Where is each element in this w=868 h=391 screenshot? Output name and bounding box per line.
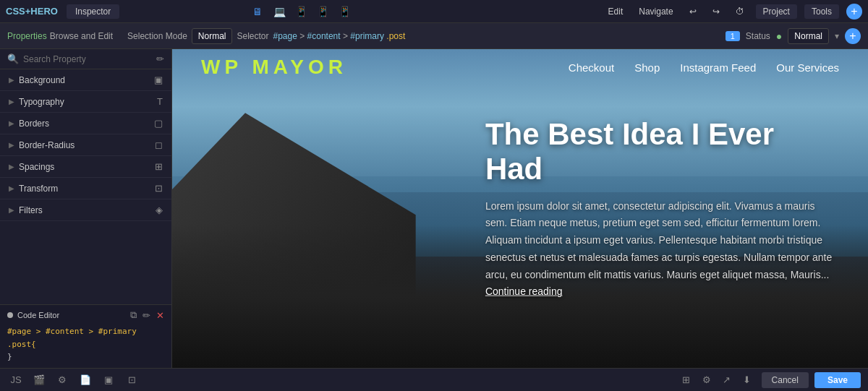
gear-icon[interactable]: ⚙ (54, 371, 71, 389)
prop-transform[interactable]: ▶ Transform ⊡ (0, 178, 171, 199)
nav-checkout[interactable]: Checkout (569, 61, 614, 74)
bottom-settings-icon[interactable]: ⚙ (698, 371, 715, 389)
prop-arrow: ▶ (9, 119, 14, 127)
prop-spacings[interactable]: ▶ Spacings ⊞ (0, 156, 171, 178)
main-layout: 🔍 ✏ ▶ Background ▣ ▶ Typography T (0, 49, 868, 368)
top-bar-right: Edit Navigate ↩ ↪ ⏱ Project Tools + (604, 4, 862, 20)
prop-arrow: ▶ (9, 184, 14, 192)
selection-mode-value[interactable]: Normal (192, 28, 233, 44)
hero-text: Lorem ipsum dolor sit amet, consectetur … (485, 197, 833, 301)
code-actions: ⧉ ✏ ✕ (130, 309, 164, 321)
nav-instagram[interactable]: Instagram Feed (680, 61, 756, 74)
continue-reading-link[interactable]: Continue reading (485, 285, 563, 297)
code-brace: } (7, 352, 12, 361)
prop-arrow: ▶ (9, 98, 14, 106)
selector-controls: Selection Mode Normal Selector #page > #… (127, 28, 405, 44)
logo-accent: +HERO (25, 6, 58, 17)
selector-post: .post (386, 31, 405, 41)
transform-icon[interactable]: ⊡ (123, 371, 140, 389)
logo-text: CSS (6, 6, 25, 17)
prop-border-radius[interactable]: ▶ Border-Radius ◻ (0, 134, 171, 156)
status-label: Status (746, 31, 770, 41)
top-bar: CSS+HERO Inspector 🖥 💻 📱 📱 📱 Edit Naviga… (0, 0, 868, 23)
nav-shop[interactable]: Shop (634, 61, 660, 74)
prop-arrow: ▶ (9, 141, 14, 149)
inspector-tab[interactable]: Inspector (67, 4, 119, 19)
tablet-icon[interactable]: 📱 (293, 4, 309, 20)
prop-filters[interactable]: ▶ Filters ◈ (0, 199, 171, 221)
navigate-button[interactable]: Navigate (634, 5, 677, 18)
code-editor: Code Editor ⧉ ✏ ✕ #page > #content > #pr… (0, 304, 171, 368)
code-copy-button[interactable]: ⧉ (130, 309, 137, 321)
bottom-download-icon[interactable]: ⬇ (739, 371, 756, 389)
search-input[interactable] (23, 54, 152, 64)
selector-sep2: > (343, 31, 350, 41)
page-icon[interactable]: 📄 (77, 371, 94, 389)
code-line2: } (7, 351, 164, 364)
video-icon[interactable]: 🎬 (30, 371, 48, 389)
code-edit-button[interactable]: ✏ (142, 309, 150, 321)
code-editor-header: Code Editor ⧉ ✏ ✕ (7, 309, 164, 321)
search-bar: 🔍 ✏ (0, 49, 171, 69)
selector-label: Selector (237, 31, 268, 41)
prop-background[interactable]: ▶ Background ▣ (0, 69, 171, 91)
undo-button[interactable]: ↩ (685, 5, 701, 18)
bottom-bar: JS 🎬 ⚙ 📄 ▣ ⊡ ⊞ ⚙ ↗ ⬇ Cancel Save (0, 368, 868, 391)
code-editor-label: Code Editor (17, 311, 59, 319)
code-delete-button[interactable]: ✕ (156, 309, 164, 321)
prop-name: Transform (19, 184, 58, 194)
selector-path: #page > #content > #primary .post (273, 31, 406, 41)
mobile-v-icon[interactable]: 📱 (336, 4, 352, 20)
bottom-icon-group: ⊞ ⚙ ↗ ⬇ (678, 371, 756, 389)
bottom-share-icon[interactable]: ↗ (718, 371, 736, 389)
plus-button[interactable]: + (846, 4, 862, 20)
selector-content: #content (307, 31, 341, 41)
project-button[interactable]: Project (756, 4, 797, 19)
logo: CSS+HERO (6, 6, 58, 17)
prop-icon-border-radius: ◻ (155, 139, 163, 150)
second-bar: Properties Browse and Edit Selection Mod… (0, 23, 868, 49)
status-value[interactable]: Normal (788, 28, 829, 44)
selector-page: #page (273, 31, 297, 41)
properties-link[interactable]: Properties (7, 31, 47, 41)
selector-primary: #primary (350, 31, 384, 41)
tools-button[interactable]: Tools (804, 4, 839, 19)
device-switcher: 🖥 💻 📱 📱 📱 (250, 4, 352, 20)
prop-icon-spacings: ⊞ (155, 161, 163, 172)
prop-icon-typography: T (157, 96, 163, 107)
edit-button[interactable]: Edit (604, 5, 628, 18)
num-badge: 1 (726, 31, 740, 41)
bottom-grid-icon[interactable]: ⊞ (678, 371, 695, 389)
prop-typography[interactable]: ▶ Typography T (0, 91, 171, 113)
site-logo: WP MAYOR (201, 56, 347, 79)
hero-title: The Best Idea I Ever Had (485, 116, 833, 186)
site-nav-links: Checkout Shop Instagram Feed Our Service… (569, 61, 839, 74)
selector-sep1: > (299, 31, 307, 41)
clock-button[interactable]: ⏱ (731, 5, 749, 18)
add-button[interactable]: + (845, 28, 861, 44)
prop-arrow: ▶ (9, 76, 14, 84)
grid-icon[interactable]: ▣ (100, 371, 117, 389)
cancel-button[interactable]: Cancel (762, 372, 809, 388)
bottom-right-controls: ⊞ ⚙ ↗ ⬇ Cancel Save (678, 371, 861, 389)
nav-services[interactable]: Our Services (776, 61, 839, 74)
redo-button[interactable]: ↪ (708, 5, 724, 18)
selection-mode-label: Selection Mode (127, 31, 187, 41)
code-dot (7, 312, 13, 318)
prop-borders[interactable]: ▶ Borders ▢ (0, 113, 171, 134)
edit-icon[interactable]: ✏ (156, 53, 164, 64)
prop-arrow: ▶ (9, 163, 14, 171)
code-line1: #page > #content > #primary .post{ (7, 325, 164, 351)
laptop-icon[interactable]: 💻 (271, 4, 287, 20)
site-nav: WP MAYOR Checkout Shop Instagram Feed Ou… (172, 49, 868, 85)
prop-icon-borders: ▢ (154, 118, 163, 129)
desktop-icon[interactable]: 🖥 (250, 4, 265, 20)
save-button[interactable]: Save (814, 372, 861, 388)
prop-name: Borders (19, 119, 49, 129)
browse-label: Browse and Edit (50, 31, 113, 41)
expand-icon[interactable]: ▾ (835, 31, 839, 41)
breadcrumb: Properties Browse and Edit (7, 31, 113, 41)
mobile-h-icon[interactable]: 📱 (315, 4, 331, 20)
prop-icon-background: ▣ (154, 74, 163, 85)
js-icon[interactable]: JS (7, 371, 25, 389)
